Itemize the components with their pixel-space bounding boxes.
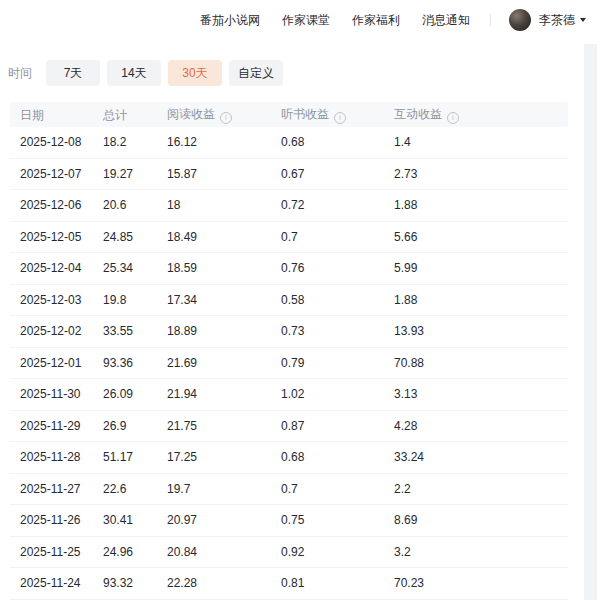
value-cell: 0.81 — [281, 576, 304, 590]
table-row: 2025-11-2524.9620.840.923.2 — [10, 537, 568, 569]
column-header: 日期 — [20, 106, 44, 123]
column-header: 总计 — [103, 106, 127, 123]
date-cell: 2025-11-28 — [20, 450, 81, 464]
value-cell: 0.67 — [281, 167, 304, 181]
date-cell: 2025-12-05 — [20, 230, 81, 244]
value-cell: 1.4 — [394, 135, 411, 149]
value-cell: 30.41 — [103, 513, 133, 527]
date-cell: 2025-11-26 — [20, 513, 81, 527]
value-cell: 19.7 — [167, 482, 190, 496]
table-header: 日期总计阅读收益i听书收益i互动收益i — [10, 102, 568, 127]
table-row: 2025-12-0818.216.120.681.4 — [10, 127, 568, 159]
date-cell: 2025-12-04 — [20, 261, 81, 275]
table-row: 2025-11-2493.3222.280.8170.23 — [10, 568, 568, 600]
value-cell: 24.85 — [103, 230, 133, 244]
user-menu[interactable]: 李茶德 — [509, 9, 586, 31]
value-cell: 0.7 — [281, 230, 298, 244]
scrollbar[interactable] — [584, 44, 597, 600]
value-cell: 0.87 — [281, 419, 304, 433]
value-cell: 18.2 — [103, 135, 126, 149]
filter-buttons: 7天14天30天自定义 — [46, 60, 290, 86]
value-cell: 22.6 — [103, 482, 126, 496]
table-row: 2025-11-2926.921.750.874.28 — [10, 411, 568, 443]
table-row: 2025-11-2630.4120.970.758.69 — [10, 505, 568, 537]
value-cell: 15.87 — [167, 167, 197, 181]
table-row: 2025-12-0193.3621.690.7970.88 — [10, 348, 568, 380]
date-cell: 2025-11-30 — [20, 387, 81, 401]
table-row: 2025-12-0319.817.340.581.88 — [10, 285, 568, 317]
value-cell: 17.25 — [167, 450, 197, 464]
nav-link-site-home[interactable]: 番茄小说网 — [200, 12, 260, 29]
value-cell: 51.17 — [103, 450, 133, 464]
date-cell: 2025-11-27 — [20, 482, 81, 496]
table-row: 2025-11-3026.0921.941.023.13 — [10, 379, 568, 411]
column-header: 阅读收益i — [167, 106, 232, 124]
value-cell: 0.73 — [281, 324, 304, 338]
value-cell: 24.96 — [103, 545, 133, 559]
value-cell: 33.55 — [103, 324, 133, 338]
value-cell: 0.68 — [281, 135, 304, 149]
table-row: 2025-11-2851.1717.250.6833.24 — [10, 442, 568, 474]
info-icon[interactable]: i — [220, 112, 232, 124]
column-header: 听书收益i — [281, 106, 346, 124]
table-row: 2025-12-0425.3418.590.765.99 — [10, 253, 568, 285]
value-cell: 26.9 — [103, 419, 126, 433]
value-cell: 70.88 — [394, 356, 424, 370]
value-cell: 0.7 — [281, 482, 298, 496]
value-cell: 0.92 — [281, 545, 304, 559]
date-cell: 2025-12-03 — [20, 293, 81, 307]
value-cell: 33.24 — [394, 450, 424, 464]
value-cell: 21.75 — [167, 419, 197, 433]
value-cell: 4.28 — [394, 419, 417, 433]
value-cell: 8.69 — [394, 513, 417, 527]
value-cell: 3.13 — [394, 387, 417, 401]
value-cell: 70.23 — [394, 576, 424, 590]
nav-link-writer-class[interactable]: 作家课堂 — [282, 12, 330, 29]
table-row: 2025-12-0524.8518.490.75.66 — [10, 222, 568, 254]
date-cell: 2025-11-25 — [20, 545, 81, 559]
info-icon[interactable]: i — [447, 112, 459, 124]
value-cell: 18.89 — [167, 324, 197, 338]
value-cell: 20.6 — [103, 198, 126, 212]
chevron-down-icon — [580, 18, 586, 22]
value-cell: 0.72 — [281, 198, 304, 212]
table-row: 2025-12-0620.6180.721.88 — [10, 190, 568, 222]
value-cell: 0.79 — [281, 356, 304, 370]
table-body: 2025-12-0818.216.120.681.42025-12-0719.2… — [10, 127, 568, 600]
value-cell: 22.28 — [167, 576, 197, 590]
table-row: 2025-12-0233.5518.890.7313.93 — [10, 316, 568, 348]
value-cell: 1.88 — [394, 293, 417, 307]
date-cell: 2025-12-02 — [20, 324, 81, 338]
filter-button-custom[interactable]: 自定义 — [229, 60, 283, 86]
value-cell: 2.2 — [394, 482, 411, 496]
date-cell: 2025-12-08 — [20, 135, 81, 149]
value-cell: 21.69 — [167, 356, 197, 370]
table-row: 2025-12-0719.2715.870.672.73 — [10, 159, 568, 191]
table-row: 2025-11-2722.619.70.72.2 — [10, 474, 568, 506]
avatar[interactable] — [509, 9, 531, 31]
value-cell: 20.97 — [167, 513, 197, 527]
nav-link-notifications[interactable]: 消息通知 — [422, 12, 470, 29]
date-cell: 2025-12-06 — [20, 198, 81, 212]
value-cell: 18.59 — [167, 261, 197, 275]
value-cell: 18.49 — [167, 230, 197, 244]
nav-divider — [490, 14, 491, 26]
filter-button-30d[interactable]: 30天 — [168, 60, 222, 86]
value-cell: 0.58 — [281, 293, 304, 307]
value-cell: 0.68 — [281, 450, 304, 464]
nav-items: 番茄小说网作家课堂作家福利消息通知 — [178, 12, 470, 29]
info-icon[interactable]: i — [334, 112, 346, 124]
nav-link-writer-benefits[interactable]: 作家福利 — [352, 12, 400, 29]
value-cell: 5.99 — [394, 261, 417, 275]
filter-button-14d[interactable]: 14天 — [107, 60, 161, 86]
value-cell: 1.88 — [394, 198, 417, 212]
value-cell: 20.84 — [167, 545, 197, 559]
value-cell: 13.93 — [394, 324, 424, 338]
value-cell: 3.2 — [394, 545, 411, 559]
value-cell: 26.09 — [103, 387, 133, 401]
user-name: 李茶德 — [539, 12, 575, 29]
earnings-table: 日期总计阅读收益i听书收益i互动收益i 2025-12-0818.216.120… — [10, 102, 568, 600]
filter-button-7d[interactable]: 7天 — [46, 60, 100, 86]
value-cell: 5.66 — [394, 230, 417, 244]
value-cell: 0.75 — [281, 513, 304, 527]
